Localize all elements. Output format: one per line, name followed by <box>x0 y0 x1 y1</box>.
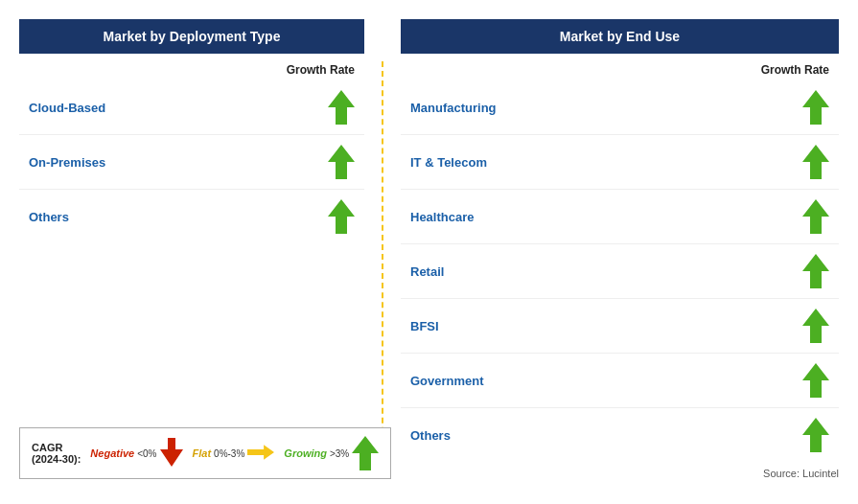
svg-marker-0 <box>328 90 355 125</box>
retail-arrow <box>802 254 829 288</box>
main-container: Market by Deployment Type Growth Rate Cl… <box>10 10 848 494</box>
cloud-based-label: Cloud-Based <box>29 101 105 115</box>
source-label: Source: Lucintel <box>763 468 839 479</box>
svg-marker-5 <box>802 199 829 234</box>
others-arrow-right <box>802 418 829 452</box>
retail-label: Retail <box>410 264 444 279</box>
deployment-items-list: Cloud-Based On-Premises <box>19 80 364 243</box>
end-use-items-list: Manufacturing IT & Telecom <box>401 80 839 462</box>
list-item: BFSI <box>401 299 839 354</box>
end-use-panel: Market by End Use Growth Rate Manufactur… <box>401 19 839 462</box>
svg-marker-3 <box>802 90 829 125</box>
flat-arrow-icon <box>247 439 274 468</box>
others-label-left: Others <box>29 210 69 224</box>
svg-marker-1 <box>328 145 355 179</box>
healthcare-label: Healthcare <box>410 210 474 224</box>
list-item: On-Premises <box>19 135 364 190</box>
svg-marker-2 <box>328 199 355 234</box>
negative-label: Negative <box>90 447 134 459</box>
it-telecom-label: IT & Telecom <box>410 155 487 170</box>
negative-arrow-icon <box>160 438 183 469</box>
manufacturing-label: Manufacturing <box>410 101 497 115</box>
government-label: Government <box>410 374 484 388</box>
legend-negative: Negative <0% <box>90 438 182 469</box>
svg-marker-10 <box>160 438 183 467</box>
legend-box: CAGR (2024-30): Negative <0% Flat 0%-3% … <box>19 427 391 479</box>
svg-marker-11 <box>247 445 274 460</box>
growing-arrow-icon <box>352 436 379 470</box>
bfsi-label: BFSI <box>410 319 439 333</box>
list-item: IT & Telecom <box>401 135 839 190</box>
panels-wrapper: Market by Deployment Type Growth Rate Cl… <box>19 19 839 462</box>
growing-label: Growing <box>284 447 327 459</box>
list-item: Cloud-Based <box>19 80 364 135</box>
bfsi-arrow <box>802 309 829 343</box>
list-item: Manufacturing <box>401 80 839 135</box>
deployment-growth-rate-label: Growth Rate <box>19 63 364 77</box>
on-premises-label: On-Premises <box>29 155 105 170</box>
others-label-right: Others <box>410 428 451 443</box>
flat-label: Flat <box>193 447 212 459</box>
on-premises-arrow <box>328 145 355 179</box>
deployment-type-panel: Market by Deployment Type Growth Rate Cl… <box>19 19 364 462</box>
government-arrow <box>802 363 829 398</box>
list-item: Others <box>401 408 839 462</box>
negative-range: <0% <box>137 448 156 459</box>
manufacturing-arrow <box>802 90 829 125</box>
healthcare-arrow <box>802 199 829 234</box>
list-item: Retail <box>401 244 839 299</box>
deployment-type-header: Market by Deployment Type <box>19 19 364 54</box>
flat-range: 0%-3% <box>214 448 244 459</box>
end-use-header: Market by End Use <box>401 19 839 54</box>
panel-divider <box>382 61 383 462</box>
others-arrow-left <box>328 199 355 234</box>
cagr-label: CAGR (2024-30): <box>32 442 81 465</box>
legend-growing: Growing >3% <box>284 436 379 470</box>
list-item: Healthcare <box>401 190 839 244</box>
svg-marker-12 <box>352 436 379 470</box>
svg-marker-7 <box>802 309 829 343</box>
it-telecom-arrow <box>802 145 829 179</box>
cloud-based-arrow <box>328 90 355 125</box>
svg-marker-6 <box>802 254 829 288</box>
svg-marker-9 <box>802 418 829 452</box>
svg-marker-8 <box>802 363 829 398</box>
list-item: Others <box>19 190 364 243</box>
growing-range: >3% <box>330 448 349 459</box>
end-use-growth-rate-label: Growth Rate <box>401 63 839 77</box>
list-item: Government <box>401 354 839 408</box>
svg-marker-4 <box>802 145 829 179</box>
legend-flat: Flat 0%-3% <box>193 439 275 468</box>
